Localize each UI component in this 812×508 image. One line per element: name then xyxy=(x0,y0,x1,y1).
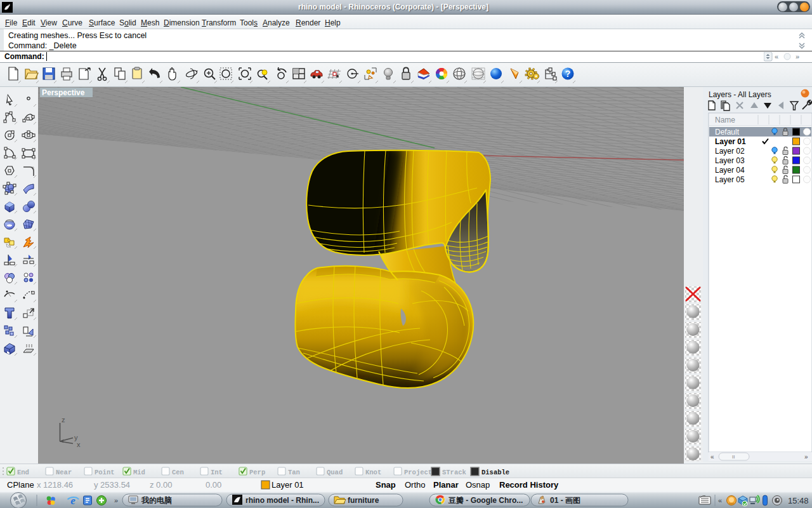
svg-text:x 1218.46: x 1218.46 xyxy=(37,480,73,490)
svg-text:Perspective: Perspective xyxy=(42,88,85,97)
svg-text:»: » xyxy=(804,453,808,460)
svg-text:CPlane: CPlane xyxy=(7,480,34,490)
svg-text:豆瓣 - Google Chro...: 豆瓣 - Google Chro... xyxy=(448,496,523,505)
svg-text:Layer 01: Layer 01 xyxy=(715,137,746,146)
svg-text:y 2533.54: y 2533.54 xyxy=(94,480,130,490)
svg-text:STrack: STrack xyxy=(442,469,466,476)
svg-text:Layer 01: Layer 01 xyxy=(272,480,304,490)
svg-text:e: e xyxy=(70,495,75,507)
svg-text:»: » xyxy=(114,497,118,504)
svg-text:«: « xyxy=(775,53,778,60)
svg-text:Record History: Record History xyxy=(499,480,559,490)
svg-text:Cen: Cen xyxy=(172,469,184,476)
svg-text:»: » xyxy=(796,53,799,60)
svg-text:«: « xyxy=(710,453,714,460)
svg-text:Project: Project xyxy=(404,469,432,476)
svg-text:Mid: Mid xyxy=(133,469,145,476)
svg-text:Snap: Snap xyxy=(376,480,396,490)
svg-text:Quad: Quad xyxy=(327,469,343,476)
svg-text:End: End xyxy=(17,469,29,476)
svg-text:15:48: 15:48 xyxy=(788,496,809,505)
svg-text:z: z xyxy=(62,416,65,424)
svg-text:Default: Default xyxy=(715,128,740,137)
svg-text:z 0.00: z 0.00 xyxy=(150,480,172,490)
svg-text:Layers - All Layers: Layers - All Layers xyxy=(709,90,771,99)
svg-text:Disable: Disable xyxy=(481,469,509,476)
svg-text:Int: Int xyxy=(211,469,223,476)
svg-text:Point: Point xyxy=(95,469,115,476)
svg-text:Layer 05: Layer 05 xyxy=(715,175,745,184)
svg-text:II: II xyxy=(732,454,735,460)
svg-text:Near: Near xyxy=(56,469,72,476)
svg-text:Layer 03: Layer 03 xyxy=(715,156,745,165)
svg-text:01 - 画图: 01 - 画图 xyxy=(550,496,580,505)
svg-text:x: x xyxy=(77,441,81,448)
svg-text:Tan: Tan xyxy=(288,469,300,476)
svg-text:Layer 04: Layer 04 xyxy=(715,166,745,175)
svg-text:«: « xyxy=(718,497,722,504)
svg-text:Ortho: Ortho xyxy=(405,480,426,490)
svg-text:furniture: furniture xyxy=(348,496,379,505)
svg-text:rhino model - Rhin...: rhino model - Rhin... xyxy=(246,496,319,505)
svg-text:0.00: 0.00 xyxy=(206,480,221,490)
svg-text:Osnap: Osnap xyxy=(466,480,490,490)
svg-text:Planar: Planar xyxy=(433,480,459,490)
svg-text:?: ? xyxy=(565,69,571,79)
svg-text:Perp: Perp xyxy=(249,469,265,476)
svg-text:Knot: Knot xyxy=(365,469,381,476)
svg-text:Layer 02: Layer 02 xyxy=(715,147,745,156)
svg-text:我的电脑: 我的电脑 xyxy=(141,496,172,505)
svg-text:Name: Name xyxy=(715,116,735,124)
